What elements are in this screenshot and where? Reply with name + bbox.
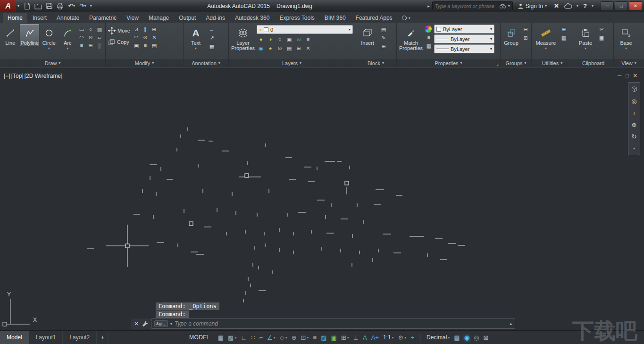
polar-dropdown-icon[interactable]: ▾ bbox=[274, 336, 276, 340]
move-button[interactable]: Move bbox=[107, 26, 131, 35]
ungroup-tool-button[interactable]: ⊟ bbox=[521, 25, 530, 33]
paste-button[interactable]: Paste ▾ bbox=[575, 24, 596, 51]
layer-match-tool-button[interactable]: ⊡ bbox=[294, 35, 303, 43]
scale-tool-button[interactable]: ▤ bbox=[150, 42, 159, 49]
orbit-icon[interactable]: ↻ bbox=[632, 133, 637, 140]
search-collapse-icon[interactable]: ▸ bbox=[427, 4, 430, 8]
block-panel-dropdown-icon[interactable]: ▾ bbox=[382, 61, 384, 65]
3d-object-snap-toggle[interactable]: ⊞▾ bbox=[341, 334, 349, 341]
viewcube-icon[interactable] bbox=[631, 85, 638, 93]
undo-button[interactable]: ↶▾ bbox=[67, 3, 75, 9]
group-button[interactable]: Group bbox=[502, 24, 520, 46]
open-file-button[interactable] bbox=[34, 3, 42, 9]
autoscale-toggle[interactable]: A+ bbox=[371, 334, 379, 341]
create-block-tool-button[interactable]: ✎ bbox=[379, 34, 388, 42]
graphics-performance-toggle[interactable]: ◉ bbox=[464, 334, 469, 341]
3d-object-snap-dropdown-icon[interactable]: ▾ bbox=[347, 336, 349, 340]
lineweight-dropdown-icon[interactable]: ▾ bbox=[490, 37, 492, 41]
lineweight-toggle[interactable]: ≡ bbox=[313, 334, 317, 341]
save-button[interactable] bbox=[46, 2, 53, 9]
viewport-minimize-control[interactable]: [−] bbox=[4, 73, 10, 79]
draw-panel-dropdown-icon[interactable]: ▾ bbox=[59, 61, 60, 65]
autocad-logo[interactable]: A bbox=[0, 0, 16, 12]
groups-panel-label[interactable]: Groups▾ bbox=[501, 59, 531, 67]
maximize-button[interactable]: □ bbox=[615, 1, 628, 10]
group-edit-tool-button[interactable]: ⊞ bbox=[521, 34, 530, 42]
dimension-tool-button[interactable]: ↔ bbox=[208, 25, 216, 33]
boundary-tool-button[interactable]: ⊞ bbox=[86, 42, 95, 49]
hatch-tool-button[interactable]: ▨ bbox=[95, 25, 104, 33]
ribbon-tab-parametric[interactable]: Parametric bbox=[84, 13, 121, 23]
workspace-dropdown-icon[interactable]: ▾ bbox=[404, 336, 406, 340]
rectangle-tool-button[interactable]: ▭ bbox=[77, 25, 86, 33]
stretch-tool-button[interactable]: ≡ bbox=[141, 42, 150, 49]
paste-dropdown-icon[interactable]: ▾ bbox=[585, 46, 586, 51]
properties-dialog-launcher-icon[interactable]: ⌟ bbox=[496, 61, 499, 66]
circle-dropdown-icon[interactable]: ▾ bbox=[48, 46, 50, 51]
utilities-panel-label[interactable]: Utilities▾ bbox=[532, 59, 573, 67]
layer-thaw-tool-button[interactable]: ⊙ bbox=[276, 44, 284, 52]
clean-screen-toggle[interactable]: ⊠ bbox=[483, 334, 488, 341]
polygon-tool-button[interactable]: ▱ bbox=[95, 34, 104, 41]
quick-calc-tool-button[interactable]: ▦ bbox=[560, 34, 568, 42]
recent-commands-dropdown-icon[interactable]: ▾ bbox=[170, 322, 172, 326]
layer-freeze-tool-button[interactable]: ○ bbox=[276, 35, 284, 43]
color-wheel-icon[interactable] bbox=[425, 25, 432, 33]
sign-in-dropdown-icon[interactable]: ▾ bbox=[545, 4, 547, 8]
isolate-objects-toggle[interactable]: ◎ bbox=[474, 334, 479, 341]
object-snap-toggle[interactable]: ⊡▾ bbox=[301, 334, 309, 341]
groups-panel-dropdown-icon[interactable]: ▾ bbox=[525, 61, 527, 65]
exchange-apps-icon[interactable]: ✕ bbox=[554, 2, 559, 9]
layer-properties-button[interactable]: Layer Properties bbox=[230, 24, 256, 51]
text-button[interactable]: A Text ▾ bbox=[185, 24, 207, 51]
annotation-scale-control[interactable]: 1:1▾ bbox=[383, 334, 394, 341]
isometric-drafting-toggle[interactable]: ◇▾ bbox=[280, 334, 287, 341]
text-dropdown-icon[interactable]: ▾ bbox=[195, 46, 197, 51]
layer-unisolate-tool-button[interactable]: ◉ bbox=[257, 44, 265, 52]
model-space-indicator[interactable]: MODEL bbox=[189, 334, 210, 341]
object-color-dropdown-icon[interactable]: ▾ bbox=[490, 27, 492, 31]
edit-attributes-tool-button[interactable]: ▤ bbox=[379, 25, 388, 33]
layer-lock-tool-button[interactable]: ▣ bbox=[285, 35, 293, 43]
annotation-monitor-toggle[interactable]: + bbox=[410, 334, 414, 341]
properties-list-tool-button[interactable]: ▦ bbox=[425, 42, 433, 50]
base-dropdown-icon[interactable]: ▾ bbox=[625, 46, 627, 51]
plot-button[interactable] bbox=[57, 2, 64, 9]
viewport-visual-style-control[interactable]: [2D Wireframe] bbox=[25, 73, 63, 79]
ribbon-display-toggle[interactable]: ▾ bbox=[401, 15, 410, 23]
annotation-scale-dropdown-icon[interactable]: ▾ bbox=[392, 336, 394, 340]
draw-panel-label[interactable]: Draw▾ bbox=[0, 59, 105, 67]
trim-tool-button[interactable]: ⊘ bbox=[141, 34, 150, 41]
sign-in-button[interactable]: Sign In ▾ bbox=[518, 3, 547, 9]
model-tab[interactable]: Model bbox=[0, 331, 29, 344]
viewport-view-control[interactable]: [Top] bbox=[11, 73, 24, 79]
layer-on-bulb-icon[interactable]: ● bbox=[259, 27, 262, 32]
layers-panel-label[interactable]: Layers▾ bbox=[229, 59, 355, 67]
ellipse-tool-button[interactable]: ○ bbox=[86, 25, 95, 33]
infer-constraints-toggle[interactable]: ∟ bbox=[241, 334, 247, 341]
erase-tool-button[interactable]: ✕ bbox=[150, 34, 159, 41]
lineweight-combo[interactable]: ByLayer ▾ bbox=[434, 34, 494, 43]
layer-delete-tool-button[interactable]: ✕ bbox=[304, 44, 312, 52]
ribbon-tab-home[interactable]: Home bbox=[3, 13, 27, 23]
block-panel-label[interactable]: Block▾ bbox=[355, 59, 396, 67]
units-dropdown-icon[interactable]: ▾ bbox=[448, 336, 450, 340]
layer-unlock-tool-button[interactable]: ▤ bbox=[285, 44, 293, 52]
doc-close-icon[interactable]: ✕ bbox=[633, 73, 637, 79]
ribbon-tab-view[interactable]: View bbox=[122, 13, 143, 23]
ribbon-tab-express-tools[interactable]: Express Tools bbox=[275, 13, 319, 23]
new-layout-button[interactable]: + bbox=[97, 331, 109, 344]
command-input-field[interactable]: &gt;_ ▾ ▴ bbox=[151, 319, 515, 329]
polyline-button[interactable]: Polyline bbox=[20, 24, 39, 46]
units-control[interactable]: Decimal▾ bbox=[427, 334, 450, 341]
dynamic-ucs-toggle[interactable]: ⊥ bbox=[353, 334, 359, 341]
cloud-dropdown-icon[interactable]: ▾ bbox=[577, 4, 578, 8]
ribbon-cycle-dropdown-icon[interactable]: ▾ bbox=[409, 16, 410, 20]
modify-panel-label[interactable]: Modify▾ bbox=[106, 59, 183, 67]
circle-button[interactable]: Circle ▾ bbox=[40, 24, 58, 51]
layer-state-tool-button[interactable]: ≡ bbox=[304, 35, 312, 43]
minimize-button[interactable]: ─ bbox=[601, 1, 614, 10]
annotation-visibility-toggle[interactable]: A bbox=[363, 334, 367, 341]
pan-icon[interactable]: + bbox=[632, 109, 636, 117]
snap-toggle[interactable]: ▩▾ bbox=[228, 334, 236, 341]
